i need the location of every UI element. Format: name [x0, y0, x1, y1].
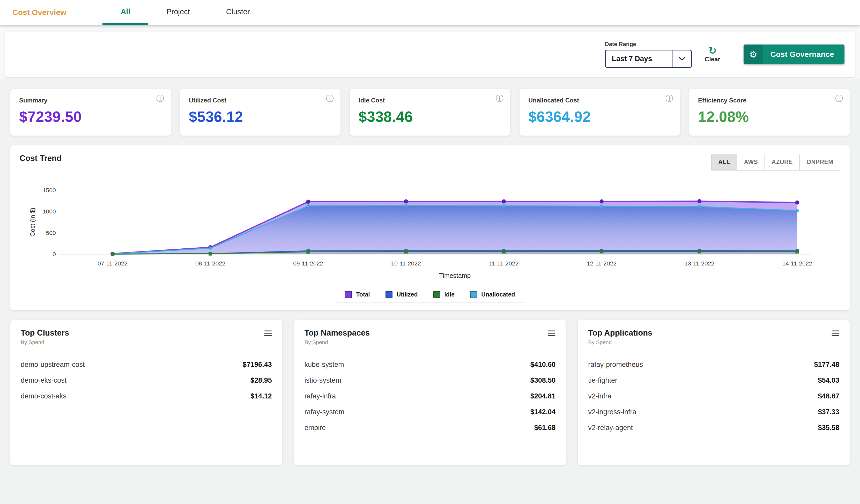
card-title: Utilized Cost: [189, 97, 332, 104]
row-value: $7196.43: [243, 361, 272, 369]
row-name: kube-system: [304, 361, 344, 369]
cost-governance-button[interactable]: ⚙ Cost Governance: [744, 44, 845, 64]
row-value: $61.68: [534, 424, 556, 432]
row-value: $142.04: [530, 408, 556, 416]
summary-card: Idle Cost ⓘ $338.46: [350, 89, 510, 135]
svg-text:08-11-2022: 08-11-2022: [195, 260, 225, 267]
row-name: v2-relay-agent: [588, 424, 633, 432]
summary-card-value: 12.08%: [698, 108, 841, 125]
row-value: $48.87: [818, 392, 839, 400]
list-row: rafay-system $142.04: [304, 404, 556, 420]
row-value: $35.58: [818, 424, 839, 432]
toggle-azure[interactable]: AZURE: [764, 154, 800, 170]
svg-text:1500: 1500: [43, 187, 56, 193]
filter-bar: Date Range Last 7 Days ↻ Clear ⚙ Cost Go…: [5, 32, 855, 77]
row-name: rafay-system: [304, 408, 345, 416]
date-range-select[interactable]: Last 7 Days: [605, 50, 692, 68]
svg-text:500: 500: [46, 230, 56, 236]
row-value: $204.81: [530, 392, 556, 400]
row-value: $410.60: [530, 361, 556, 369]
clear-button[interactable]: ↻ Clear: [705, 46, 720, 63]
list-subtitle: By Spend: [588, 339, 652, 345]
date-range-label: Date Range: [605, 41, 692, 48]
row-name: tie-fighter: [588, 376, 617, 385]
row-name: v2-ingress-infra: [588, 408, 636, 416]
list-icon[interactable]: [832, 330, 839, 337]
list-header: Top Applications By Spend: [588, 328, 839, 345]
row-name: empire: [304, 424, 326, 432]
summary-card-value: $6364.92: [528, 108, 671, 125]
list-row: v2-ingress-infra $37.33: [588, 404, 839, 420]
row-name: v2-infra: [588, 392, 611, 400]
list-row: v2-infra $48.87: [588, 388, 839, 404]
row-value: $14.12: [250, 392, 272, 400]
info-icon[interactable]: ⓘ: [665, 95, 673, 102]
list-row: rafay-infra $204.81: [304, 388, 556, 404]
svg-text:13-11-2022: 13-11-2022: [685, 260, 715, 267]
list-row: demo-upstream-cost $7196.43: [21, 357, 272, 373]
top-namespaces-card: Top Namespaces By Spend kube-system $410…: [294, 320, 566, 465]
legend-label: Total: [356, 291, 370, 298]
summary-card-value: $7239.50: [19, 108, 162, 125]
cost-trend-card: Cost Trend ALL AWS AZURE ONPREM 05001000…: [10, 145, 850, 310]
toggle-onprem[interactable]: ONPREM: [800, 154, 840, 170]
row-value: $37.33: [818, 408, 839, 416]
summary-card: Utilized Cost ⓘ $536.12: [180, 89, 341, 135]
list-row: istio-system $308.50: [304, 373, 556, 388]
row-name: demo-eks-cost: [21, 376, 67, 385]
list-row: kube-system $410.60: [304, 357, 556, 373]
list-row: demo-cost-aks $14.12: [21, 388, 272, 404]
svg-text:0: 0: [53, 251, 56, 257]
list-rows: rafay-prometheus $177.48 tie-fighter $54…: [588, 357, 839, 436]
vertical-divider: [732, 41, 732, 68]
svg-text:10-11-2022: 10-11-2022: [391, 260, 421, 267]
row-value: $54.03: [818, 376, 839, 385]
tab-project[interactable]: Project: [148, 0, 208, 25]
svg-text:07-11-2022: 07-11-2022: [98, 260, 128, 267]
list-header: Top Clusters By Spend: [21, 328, 272, 345]
chevron-down-icon: [672, 51, 691, 67]
svg-text:Timestamp: Timestamp: [439, 272, 471, 279]
list-row: empire $61.68: [304, 420, 556, 436]
list-icon[interactable]: [548, 330, 556, 337]
list-subtitle: By Spend: [304, 339, 370, 345]
list-row: tie-fighter $54.03: [588, 373, 839, 388]
top-lists-row: Top Clusters By Spend demo-upstream-cost…: [10, 320, 850, 465]
svg-text:Cost (In $): Cost (In $): [29, 208, 36, 237]
info-icon[interactable]: ⓘ: [326, 95, 334, 102]
chart-legend: Total Utilized Idle Unallocated: [336, 287, 524, 302]
legend-item-unallocated[interactable]: Unallocated: [470, 291, 515, 298]
legend-item-utilized[interactable]: Utilized: [386, 291, 418, 298]
filter-section: Date Range Last 7 Days ↻ Clear ⚙ Cost Go…: [0, 25, 860, 78]
row-name: demo-upstream-cost: [21, 361, 85, 369]
toggle-aws[interactable]: AWS: [737, 154, 764, 170]
list-row: v2-relay-agent $35.58: [588, 420, 839, 436]
card-title: Summary: [19, 97, 162, 104]
svg-text:12-11-2022: 12-11-2022: [587, 260, 617, 267]
list-icon[interactable]: [264, 330, 272, 337]
card-title: Unallocated Cost: [528, 97, 671, 104]
idle-swatch-icon: [433, 291, 440, 298]
summary-card: Unallocated Cost ⓘ $6364.92: [519, 89, 680, 135]
list-title: Top Clusters: [21, 328, 69, 337]
info-icon[interactable]: ⓘ: [835, 95, 843, 102]
tab-cluster[interactable]: Cluster: [208, 0, 268, 25]
legend-item-idle[interactable]: Idle: [433, 291, 455, 298]
svg-text:11-11-2022: 11-11-2022: [489, 260, 518, 267]
toggle-all[interactable]: ALL: [712, 154, 737, 170]
list-title: Top Applications: [588, 328, 652, 337]
info-icon[interactable]: ⓘ: [496, 95, 503, 102]
row-name: rafay-prometheus: [588, 361, 643, 369]
page-title[interactable]: Cost Overview: [0, 8, 87, 17]
cost-trend-title: Cost Trend: [20, 154, 61, 163]
list-title: Top Namespaces: [304, 328, 370, 337]
legend-item-total[interactable]: Total: [345, 291, 370, 298]
list-row: rafay-prometheus $177.48: [588, 357, 839, 373]
svg-text:09-11-2022: 09-11-2022: [293, 260, 323, 267]
card-title: Efficiency Score: [698, 97, 841, 104]
list-rows: demo-upstream-cost $7196.43 demo-eks-cos…: [21, 357, 272, 404]
cost-trend-chart[interactable]: 05001000150007-11-202208-11-202209-11-20…: [20, 179, 840, 283]
tab-all[interactable]: All: [102, 0, 148, 25]
legend-label: Utilized: [397, 291, 418, 298]
info-icon[interactable]: ⓘ: [156, 95, 164, 102]
